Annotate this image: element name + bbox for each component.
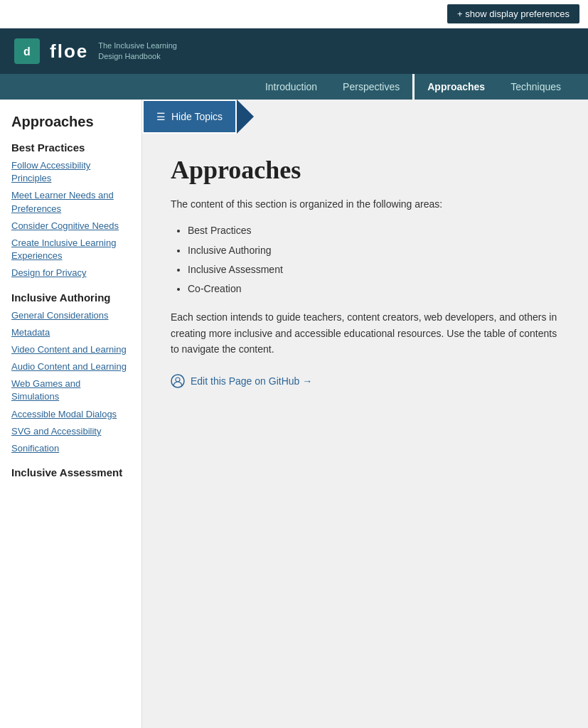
article-body-text: Each section intends to guide teachers, … bbox=[171, 309, 560, 357]
page-layout: Approaches Best Practices Follow Accessi… bbox=[0, 100, 588, 728]
nav-introduction[interactable]: Introduction bbox=[252, 74, 330, 100]
article-intro: The content of this section is organized… bbox=[171, 196, 560, 212]
article-body-container: Approaches The content of this section i… bbox=[142, 134, 588, 410]
logo-icon: d bbox=[14, 38, 40, 64]
sidebar-link-web-games[interactable]: Web Games and Simulations bbox=[11, 378, 130, 403]
sidebar-section-inclusive-authoring: Inclusive Authoring bbox=[11, 291, 130, 304]
github-icon bbox=[171, 374, 185, 388]
topics-bar-container: ☰ Hide Topics bbox=[142, 100, 588, 134]
top-bar: + show display preferences bbox=[0, 0, 588, 28]
sidebar-link-video-content[interactable]: Video Content and Learning bbox=[11, 343, 130, 356]
menu-icon: ☰ bbox=[156, 111, 166, 122]
list-item-co-creation: Co-Creation bbox=[188, 280, 560, 298]
sidebar-link-design-privacy[interactable]: Design for Privacy bbox=[11, 267, 130, 279]
sidebar-link-sonification[interactable]: Sonification bbox=[11, 442, 130, 455]
logo-area: d floe The Inclusive Learning Design Han… bbox=[14, 38, 177, 64]
site-header: d floe The Inclusive Learning Design Han… bbox=[0, 28, 588, 74]
hide-topics-button[interactable]: ☰ Hide Topics bbox=[142, 100, 237, 134]
sidebar-link-svg-accessibility[interactable]: SVG and Accessibility bbox=[11, 425, 130, 438]
hide-topics-label: Hide Topics bbox=[171, 111, 223, 122]
article-title: Approaches bbox=[171, 155, 560, 185]
svg-point-3 bbox=[176, 378, 180, 382]
main-navigation: Introduction Perspectives Approaches Tec… bbox=[0, 74, 588, 100]
topics-arrow bbox=[237, 100, 254, 134]
article-list: Best Practices Inclusive Authoring Inclu… bbox=[188, 222, 560, 298]
sidebar: Approaches Best Practices Follow Accessi… bbox=[0, 100, 142, 728]
edit-github-link[interactable]: Edit this Page on GitHub → bbox=[171, 374, 560, 388]
nav-approaches[interactable]: Approaches bbox=[412, 74, 498, 100]
sidebar-link-follow-accessibility[interactable]: Follow Accessibility Principles bbox=[11, 159, 130, 185]
sidebar-link-general-considerations[interactable]: General Considerations bbox=[11, 309, 130, 322]
logo-name: floe bbox=[50, 41, 88, 63]
sidebar-link-cognitive-needs[interactable]: Consider Cognitive Needs bbox=[11, 220, 130, 232]
list-item-inclusive-authoring: Inclusive Authoring bbox=[188, 242, 560, 259]
sidebar-link-audio-content[interactable]: Audio Content and Learning bbox=[11, 360, 130, 373]
logo-subtitle: The Inclusive Learning Design Handbook bbox=[98, 41, 177, 63]
sidebar-section-best-practices: Best Practices bbox=[11, 141, 130, 154]
svg-text:d: d bbox=[23, 46, 31, 58]
main-content: ☰ Hide Topics Approaches The content of … bbox=[142, 100, 588, 728]
list-item-inclusive-assessment: Inclusive Assessment bbox=[188, 261, 560, 279]
list-item-best-practices: Best Practices bbox=[188, 222, 560, 240]
sidebar-link-meet-learner[interactable]: Meet Learner Needs and Preferences bbox=[11, 189, 130, 215]
nav-perspectives[interactable]: Perspectives bbox=[330, 74, 412, 100]
edit-github-label: Edit this Page on GitHub → bbox=[191, 375, 312, 387]
nav-techniques[interactable]: Techniques bbox=[498, 74, 574, 100]
sidebar-link-inclusive-learning[interactable]: Create Inclusive Learning Experiences bbox=[11, 237, 130, 262]
sidebar-section-inclusive-assessment: Inclusive Assessment bbox=[11, 466, 130, 478]
sidebar-title: Approaches bbox=[11, 114, 130, 130]
sidebar-link-metadata[interactable]: Metadata bbox=[11, 326, 130, 339]
sidebar-link-modal-dialogs[interactable]: Accessible Modal Dialogs bbox=[11, 408, 130, 421]
show-display-preferences-button[interactable]: + show display preferences bbox=[447, 4, 579, 23]
